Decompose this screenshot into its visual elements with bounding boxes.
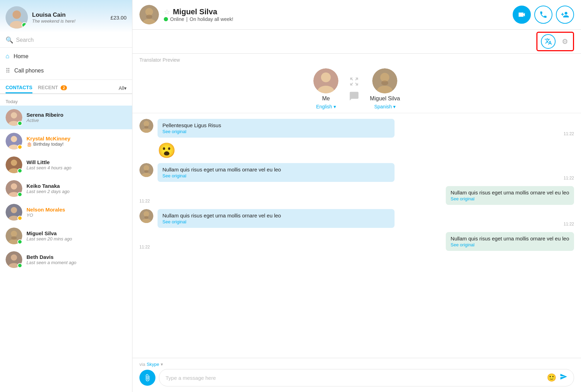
msg-bubble: Nullam quis risus eget urna mollis ornar…	[158, 209, 395, 228]
contact-avatar	[6, 133, 22, 149]
msg-content: Nullam quis risus eget urna mollis ornar…	[158, 209, 559, 228]
profile-credit: £23.00	[110, 15, 127, 21]
skype-link[interactable]: Skype	[147, 362, 159, 367]
messages-area: Pellentesque Ligus Risus See original 11…	[132, 113, 581, 358]
svg-point-31	[321, 72, 331, 82]
recent-badge: 2	[61, 85, 67, 90]
contact-sub: Last seen 20 mins ago	[26, 236, 127, 241]
status-dot	[17, 192, 22, 197]
translator-button[interactable]	[541, 34, 556, 49]
status-dot	[17, 168, 22, 173]
contact-sub: Active	[26, 118, 127, 123]
header-second-row: ⚙	[132, 30, 581, 54]
contact-item[interactable]: Serena Ribeiro Active	[0, 106, 132, 129]
svg-point-14	[11, 183, 17, 190]
nav-call-phones-label: Call phones	[14, 68, 44, 74]
search-placeholder: Search	[16, 37, 34, 43]
msg-bubble: Nullam quis risus eget urna mollis ornar…	[158, 163, 395, 182]
translator-preview: Me English ▾ Miguel	[132, 63, 581, 113]
msg-time: 11:22	[564, 222, 574, 226]
contact-item[interactable]: Will Little Last seen 4 hours ago	[0, 153, 132, 177]
emoji-button[interactable]: 🙂	[547, 373, 556, 382]
msg-avatar	[139, 163, 153, 177]
input-row: Type a message here 🙂	[139, 369, 574, 386]
svg-point-40	[144, 126, 148, 129]
send-button[interactable]	[560, 373, 567, 383]
svg-point-17	[11, 207, 17, 213]
sidebar: Louisa Cain The weekend is here! £23.00 …	[0, 0, 132, 392]
message-row-outgoing: Nullam quis risus eget urna mollis ornar…	[139, 186, 574, 205]
contact-language-select[interactable]: Spanish ▾	[374, 104, 396, 109]
nav-home-label: Home	[14, 53, 29, 60]
me-person: Me English ▾	[313, 68, 338, 109]
video-call-button[interactable]	[513, 6, 531, 24]
me-language-select[interactable]: English ▾	[316, 104, 336, 109]
see-original-link[interactable]: See original	[451, 242, 569, 247]
add-contact-button[interactable]	[556, 6, 574, 24]
msg-content: Nullam quis risus eget urna mollis ornar…	[154, 232, 574, 251]
contact-avatar	[6, 180, 22, 197]
svg-point-38	[144, 121, 149, 126]
contact-item[interactable]: Krystal McKinney 🎂 Birthday today!	[0, 129, 132, 153]
see-original-link[interactable]: See original	[451, 196, 569, 201]
contact-name: Miguel Silva	[26, 230, 127, 236]
tab-all[interactable]: All ▾	[119, 85, 127, 91]
contact-item[interactable]: Keiko Tanaka Last seen 2 days ago	[0, 177, 132, 200]
contact-name: Beth Davis	[26, 254, 127, 260]
msg-content: Nullam quis risus eget urna mollis ornar…	[158, 163, 559, 182]
contact-info: Beth Davis Last seen a moment ago	[26, 254, 127, 265]
grid-icon: ⠿	[6, 67, 10, 75]
emoji-row: 😮	[139, 142, 574, 159]
msg-text: Nullam quis risus eget urna mollis ornar…	[451, 236, 569, 241]
chat-contact-avatar	[139, 5, 159, 24]
contact-sub: YO	[26, 213, 127, 218]
avatar[interactable]	[6, 6, 28, 29]
see-original-link[interactable]: See original	[162, 129, 390, 134]
message-input-box[interactable]: Type a message here 🙂	[159, 369, 574, 386]
chat-header-info: ☆ Miguel Silva Online | On holiday all w…	[164, 7, 499, 22]
status-dot	[17, 263, 22, 268]
svg-point-3	[13, 10, 21, 19]
see-original-link[interactable]: See original	[162, 219, 390, 224]
audio-call-button[interactable]	[534, 6, 552, 24]
settings-button[interactable]: ⚙	[560, 36, 569, 47]
tab-contacts[interactable]: CONTACTS	[6, 83, 32, 93]
nav-call-phones[interactable]: ⠿ Call phones	[0, 63, 132, 78]
see-original-link[interactable]: See original	[162, 173, 390, 178]
msg-content: Nullam quis risus eget urna mollis ornar…	[154, 186, 574, 205]
svg-point-27	[145, 8, 153, 16]
chat-contact-status: Online | On holiday all week!	[164, 16, 499, 22]
contact-info: Serena Ribeiro Active	[26, 112, 127, 123]
msg-text: Nullam quis risus eget urna mollis ornar…	[451, 190, 569, 195]
me-label: Me	[322, 95, 330, 102]
star-icon[interactable]: ☆	[164, 8, 170, 16]
svg-point-46	[144, 211, 149, 217]
msg-bubble: Pellentesque Ligus Risus See original	[158, 119, 395, 138]
contact-item[interactable]: Miguel Silva Last seen 20 mins ago	[0, 224, 132, 248]
highlighted-actions: ⚙	[536, 32, 574, 51]
msg-text: Nullam quis risus eget urna mollis ornar…	[162, 213, 390, 218]
contact-item[interactable]: Beth Davis Last seen a moment ago	[0, 248, 132, 271]
contact-item[interactable]: Nelson Morales YO	[0, 200, 132, 224]
svg-point-5	[11, 112, 17, 118]
contact-person: Miguel Silva Spanish ▾	[370, 68, 400, 109]
msg-time: 11:22	[564, 131, 574, 136]
profile-info: Louisa Cain The weekend is here!	[32, 11, 110, 24]
svg-point-11	[11, 160, 17, 166]
message-placeholder: Type a message here	[166, 375, 216, 381]
online-indicator	[22, 22, 27, 28]
status-dot	[17, 239, 22, 244]
contact-name: Serena Ribeiro	[26, 112, 127, 118]
search-bar[interactable]: 🔍 Search	[0, 33, 132, 48]
attach-button[interactable]	[139, 370, 155, 386]
message-row: Pellentesque Ligus Risus See original 11…	[139, 119, 574, 138]
status-dot	[17, 145, 22, 149]
contact-info: Miguel Silva Last seen 20 mins ago	[26, 230, 127, 241]
message-row: Nullam quis risus eget urna mollis ornar…	[139, 209, 574, 228]
svg-point-44	[144, 170, 148, 173]
contacts-list: Today Serena Ribeiro Active	[0, 94, 132, 392]
tab-recent[interactable]: RECENT 2	[38, 83, 67, 93]
message-row-outgoing: Nullam quis risus eget urna mollis ornar…	[139, 232, 574, 251]
contact-sub: Last seen a moment ago	[26, 260, 127, 265]
nav-home[interactable]: ⌂ Home	[0, 49, 132, 63]
